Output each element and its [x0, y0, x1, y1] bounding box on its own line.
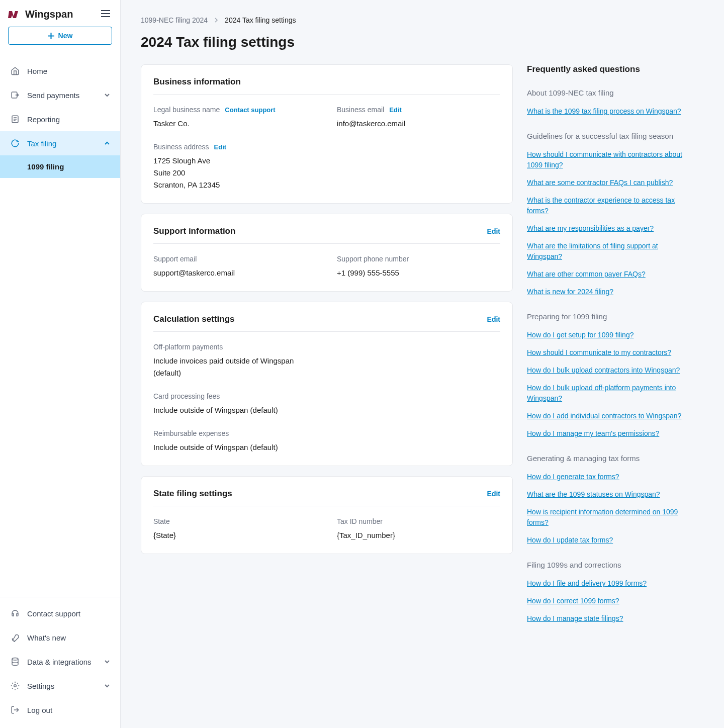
faq-link[interactable]: What are the 1099 statuses on Wingspan? [527, 489, 693, 500]
faq-link[interactable]: How do I correct 1099 forms? [527, 596, 693, 606]
svg-point-3 [14, 685, 17, 687]
nav-label: Tax filing [27, 139, 56, 148]
sidebar-footer: Contact support What's new Data & integr… [0, 597, 120, 728]
off-platform-label: Off-platform payments [153, 343, 223, 351]
business-address-label: Business address [153, 143, 209, 151]
nav-main: Home Send payments Reporting Tax filing … [0, 55, 120, 597]
nav-data-integrations[interactable]: Data & integrations [0, 650, 120, 674]
main-content: 1099-NEC filing 2024 2024 Tax filing set… [121, 0, 724, 728]
nav-whats-new[interactable]: What's new [0, 625, 120, 650]
faq-link[interactable]: How do I bulk upload contractors into Wi… [527, 365, 693, 376]
tax-id-value: {Tax_ID_number} [337, 529, 500, 541]
chevron-down-icon [104, 91, 110, 100]
edit-business-address[interactable]: Edit [214, 143, 227, 151]
faq-link[interactable]: How do I get setup for 1099 filing? [527, 330, 693, 340]
address-line-2: Suite 200 [153, 167, 317, 179]
support-email-label: Support email [153, 255, 197, 263]
menu-toggle-icon[interactable] [99, 8, 112, 21]
card-title: State filing settings [153, 489, 232, 499]
card-fees-value: Include outside of Wingspan (default) [153, 404, 500, 416]
faq-link[interactable]: What is new for 2024 filing? [527, 287, 693, 297]
svg-point-2 [12, 658, 18, 661]
nav-label: Settings [27, 682, 54, 690]
new-button-label: New [58, 32, 73, 40]
home-icon [10, 66, 20, 76]
faq-section-title: About 1099-NEC tax filing [527, 88, 693, 97]
faq-title: Frequently asked questions [527, 64, 693, 74]
faq-link[interactable]: How do I add individual contractors to W… [527, 411, 693, 421]
faq-link[interactable]: How is recipient information determined … [527, 507, 693, 528]
card-title: Calculation settings [153, 314, 235, 324]
support-info-card: Support information Edit Support email s… [141, 214, 513, 292]
nav-label: What's new [27, 633, 66, 642]
support-phone-value: +1 (999) 555-5555 [337, 267, 500, 279]
logout-icon [10, 705, 20, 715]
plus-icon [48, 33, 54, 39]
business-info-card: Business information Legal business name… [141, 64, 513, 204]
nav-label: Contact support [27, 609, 80, 618]
new-button[interactable]: New [8, 27, 112, 45]
nav-reporting[interactable]: Reporting [0, 107, 120, 131]
faq-link[interactable]: What are my responsibilities as a payer? [527, 223, 693, 234]
nav-tax-filing[interactable]: Tax filing [0, 131, 120, 155]
reporting-icon [10, 114, 20, 124]
calculation-settings-card: Calculation settings Edit Off-platform p… [141, 302, 513, 466]
send-payments-icon [10, 90, 20, 100]
card-title: Support information [153, 226, 235, 236]
nav-label: Data & integrations [27, 658, 92, 666]
gear-icon [10, 681, 20, 691]
sidebar: Wingspan New Home Send payments [0, 0, 121, 728]
faq-link[interactable]: What is the 1099 tax filing process on W… [527, 106, 693, 117]
nav-label: Home [27, 67, 47, 75]
address-line-1: 1725 Slough Ave [153, 155, 317, 167]
edit-state-filing[interactable]: Edit [487, 490, 500, 498]
nav-1099-filing[interactable]: 1099 filing [0, 155, 120, 178]
contact-support-link[interactable]: Contact support [225, 106, 275, 114]
faq-panel: Frequently asked questions About 1099-NE… [527, 64, 693, 639]
logo[interactable]: Wingspan [8, 9, 73, 20]
chevron-down-icon [104, 682, 110, 690]
address-line-3: Scranton, PA 12345 [153, 179, 317, 191]
state-label: State [153, 517, 170, 525]
faq-link[interactable]: What are other common payer FAQs? [527, 269, 693, 280]
chevron-up-icon [104, 139, 110, 148]
faq-link[interactable]: How do I manage state filings? [527, 613, 693, 624]
faq-link[interactable]: How do I update tax forms? [527, 535, 693, 545]
database-icon [10, 657, 20, 667]
business-address-value: 1725 Slough Ave Suite 200 Scranton, PA 1… [153, 155, 317, 191]
nav-settings[interactable]: Settings [0, 674, 120, 698]
state-value: {State} [153, 529, 317, 541]
faq-link[interactable]: What are some contractor FAQs I can publ… [527, 177, 693, 188]
nav-send-payments[interactable]: Send payments [0, 83, 120, 107]
edit-business-email[interactable]: Edit [389, 106, 402, 114]
rocket-icon [10, 632, 20, 643]
faq-link[interactable]: How do I generate tax forms? [527, 472, 693, 482]
faq-link[interactable]: How should I communicate to my contracto… [527, 347, 693, 358]
faq-link[interactable]: What are the limitations of filing suppo… [527, 241, 693, 262]
nav-logout[interactable]: Log out [0, 698, 120, 722]
nav-contact-support[interactable]: Contact support [0, 601, 120, 625]
breadcrumb-current: 2024 Tax filing settings [225, 16, 296, 24]
legal-name-value: Tasker Co. [153, 118, 317, 130]
support-email-value: support@taskerco.email [153, 267, 317, 279]
faq-section-title: Filing 1099s and corrections [527, 561, 693, 569]
nav-label: Reporting [27, 115, 60, 124]
faq-link[interactable]: How do I manage my team's permissions? [527, 428, 693, 439]
nav-label: Send payments [27, 91, 79, 100]
breadcrumb-parent[interactable]: 1099-NEC filing 2024 [141, 16, 208, 24]
faq-section-title: Generating & managing tax forms [527, 454, 693, 463]
nav-home[interactable]: Home [0, 59, 120, 83]
faq-link[interactable]: What is the contractor experience to acc… [527, 195, 693, 216]
chevron-right-icon [214, 16, 219, 24]
faq-link[interactable]: How should I communicate with contractor… [527, 149, 693, 170]
business-email-label: Business email [337, 106, 384, 114]
business-email-value: info@taskerco.email [337, 118, 500, 130]
faq-link[interactable]: How do I file and delivery 1099 forms? [527, 578, 693, 589]
reimbursable-label: Reimbursable expenses [153, 429, 229, 437]
breadcrumb: 1099-NEC filing 2024 2024 Tax filing set… [141, 16, 704, 24]
faq-link[interactable]: How do I bulk upload off-platform paymen… [527, 383, 693, 404]
reimbursable-value: Include outside of Wingspan (default) [153, 441, 500, 453]
edit-calculation-settings[interactable]: Edit [487, 315, 500, 323]
edit-support-info[interactable]: Edit [487, 227, 500, 235]
nav-label: Log out [27, 706, 52, 714]
